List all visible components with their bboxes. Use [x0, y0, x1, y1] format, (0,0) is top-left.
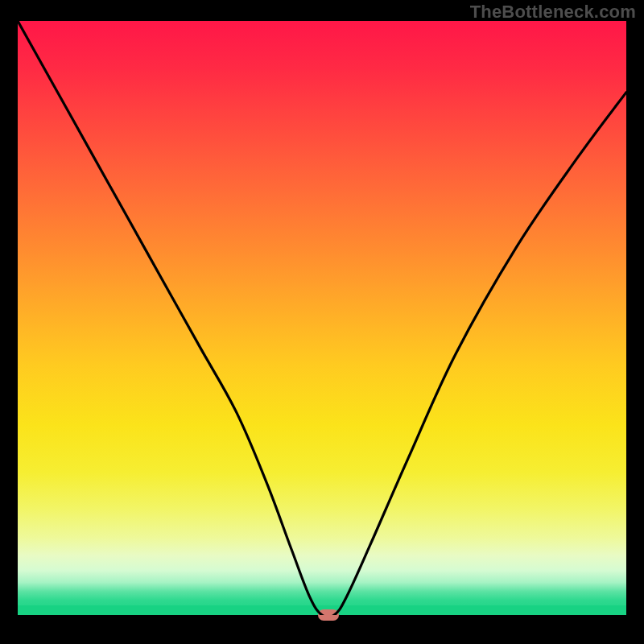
watermark-text: TheBottleneck.com [470, 2, 636, 23]
plot-background-gradient [18, 21, 626, 615]
minimum-marker [318, 609, 339, 621]
chart-frame: TheBottleneck.com [0, 0, 644, 644]
